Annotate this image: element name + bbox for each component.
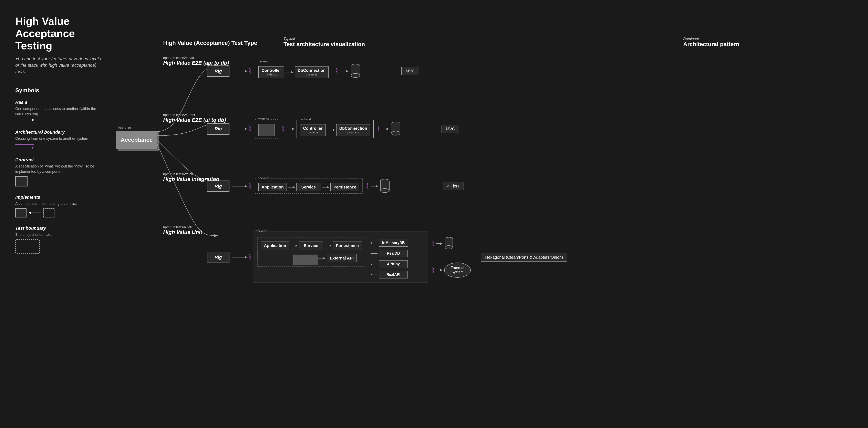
row3-db: [380, 179, 390, 194]
row1-rig: Rig: [207, 65, 229, 77]
row2-conn3: [381, 128, 389, 130]
row3-4tiers: 4 Tiers: [443, 182, 464, 190]
row4-adapters: InMemoryDB RealDB APISpy: [370, 239, 408, 278]
row4-squig1: ⌇: [248, 253, 252, 262]
row4-apispy: APISpy: [379, 260, 408, 268]
row2-backend: backend Controller _index.ts DbConnectio…: [297, 120, 374, 138]
row4-squig2: ⌇: [431, 239, 435, 248]
row2-mvc: MVC: [441, 125, 459, 133]
row1-components: Controller _index.ts DbConnection prisma…: [258, 66, 329, 78]
impl-arrow: [29, 212, 41, 214]
row4-inner-boundary: Application Service Persistence: [257, 237, 365, 267]
row1-squig: ⌇: [248, 67, 252, 75]
dominant-header: Dominant Architectural pattern: [683, 37, 739, 48]
row4-conn1: [232, 256, 247, 258]
row4-ext-system: ExternalSystem: [444, 263, 471, 278]
row3-app: Application: [258, 183, 287, 191]
symbols-section: Symbols Has a One component has access t…: [15, 87, 103, 253]
row3-squig1: ⌇: [248, 182, 252, 190]
row4-adapter-inmem: InMemoryDB: [370, 239, 408, 247]
row1-diagram: Rig ⌇ backend Controller _index.ts DbCon…: [204, 62, 419, 81]
row4-backend-label: backend: [255, 229, 268, 233]
row4-ext-flow: Service External API: [293, 254, 362, 262]
row2-conn1: [232, 128, 247, 130]
row3-npm-cmd: npm run test:infra:all: [163, 173, 219, 176]
row4-app: Application: [261, 242, 289, 250]
row2-controller: Controller _index.ts: [300, 124, 326, 136]
row3-service: Service: [296, 183, 321, 191]
row4-ext-api: External API: [327, 254, 357, 262]
row3-conn2: [371, 185, 378, 187]
dominant-title: Architectural pattern: [683, 41, 739, 48]
row2-backend-label: backend: [299, 118, 312, 121]
impl-component-box: [43, 208, 55, 217]
row1-controller: Controller _index.ts: [258, 66, 284, 78]
row1-inner-arrow: [285, 71, 293, 73]
typical-header: Typical Test architecture visualization: [283, 37, 365, 48]
row2-arch: MVC: [441, 125, 459, 133]
symbol-implements: Implements A component implementing a co…: [15, 194, 103, 217]
row4-hexagonal: Hexagonal (Clean/Ports & Adapters/Onion): [481, 253, 567, 262]
row3-backend: backend Application Service Persistenc: [255, 179, 363, 194]
row3-squig2: ⌇: [366, 182, 370, 190]
row4-ext-side: ⌇ ExternalSystem: [430, 263, 471, 278]
row4-persistence: Persistence: [333, 242, 362, 250]
symbol-arch-boundary: Architectural boundary Crossing from one…: [15, 129, 103, 149]
has-a-arrow: [15, 119, 103, 121]
row3-arch: 4 Tiers: [443, 182, 464, 190]
left-panel: High Value Acceptance Testing You can te…: [15, 15, 103, 262]
row4-service: Service: [299, 242, 323, 250]
row4-labels: npm run test:unit:all High Value Unit: [163, 225, 202, 236]
row1-backend: backend Controller _index.ts DbConnectio…: [255, 62, 332, 81]
acceptance-block: features ↑ Acceptance: [116, 125, 157, 149]
row4-arch: Hexagonal (Clean/Ports & Adapters/Onion): [481, 253, 567, 262]
row2-squig3: ⌇: [377, 125, 380, 133]
row4-realdb: RealDB: [379, 250, 408, 257]
row2-ui-thumb: [258, 124, 275, 136]
row2-inner-arrow: [327, 129, 335, 131]
subtitle: You can test your features at various le…: [15, 56, 103, 75]
row4-main-flow: Application Service Persistence: [261, 242, 362, 250]
row4-right-side: ⌇ ⌇: [430, 237, 471, 278]
row1-backend-label: backend: [257, 60, 270, 63]
symbol-test-boundary: Test boundary The subject under test: [15, 226, 103, 253]
row1-npm-cmd: npm run test:e2e:back: [163, 56, 229, 60]
row3-backend-label: backend: [257, 176, 270, 180]
row4-diagram: Rig ⌇ backend Application: [204, 232, 567, 283]
contract-box: [15, 176, 28, 186]
features-label: features: [118, 125, 157, 130]
row4-test-name: High Value Unit: [163, 229, 202, 236]
row1-arch: MVC: [401, 67, 419, 75]
row4-service-shadow: Service: [293, 254, 317, 262]
row4-squig3: ⌇: [431, 266, 435, 274]
row4-npm-cmd: npm run test:unit:all: [163, 225, 202, 229]
row1-dbconn: DbConnection prisma.ts: [295, 66, 329, 78]
row3-persistence: Persistence: [331, 183, 359, 191]
row2-backend-comps: Controller _index.ts DbConnection prisma…: [300, 124, 370, 136]
typical-label: Typical: [283, 37, 365, 41]
row4-rig: Rig: [207, 252, 229, 263]
row2-rig: Rig: [207, 123, 229, 135]
svg-point-5: [351, 73, 360, 78]
acceptance-box: ↑ Acceptance: [116, 131, 157, 149]
implements-visual: [15, 208, 103, 217]
row3-comps: Application Service Persistence: [258, 183, 359, 191]
row2-frontend-label: frontend: [257, 117, 270, 121]
row3-rig: Rig: [207, 181, 229, 192]
row1-db: [350, 64, 361, 79]
row1-conn1: [232, 70, 247, 72]
symbol-has-a: Has a One component has access to anothe…: [15, 100, 103, 121]
typical-title: Test architecture visualization: [283, 41, 365, 48]
main-title: High Value Acceptance Testing: [15, 15, 103, 52]
row4-adapter-apispy: APISpy: [370, 260, 408, 268]
row2-squig1: ⌇: [248, 125, 252, 133]
svg-point-20: [445, 246, 453, 249]
row4-adapter-realapi: RealAPI: [370, 271, 408, 278]
row3-conn1: [232, 185, 247, 187]
test-boundary-box: [15, 239, 40, 253]
row2-npm-cmd: npm run test:e2e:front: [163, 113, 226, 117]
impl-contract-box: [15, 208, 27, 217]
symbols-title: Symbols: [15, 87, 103, 94]
row4-hex-box: backend Application Service: [253, 232, 428, 283]
symbol-contract: Contract A specification of "what" witho…: [15, 157, 103, 186]
